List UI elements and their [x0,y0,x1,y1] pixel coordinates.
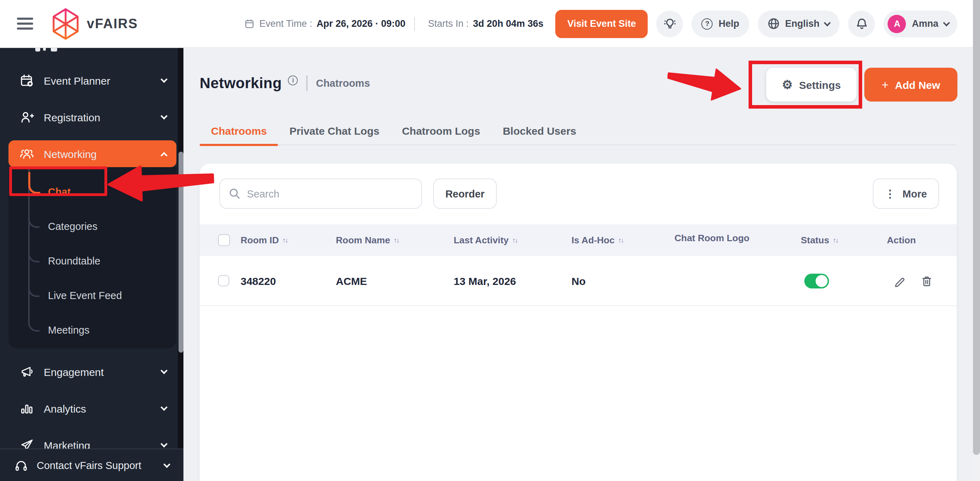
event-time-label: Event Time : [259,18,312,29]
bar-chart-icon [20,401,34,415]
hamburger-menu-icon[interactable] [17,17,33,30]
select-all-checkbox[interactable] [218,234,230,246]
edit-pencil-icon[interactable] [894,275,906,287]
delete-trash-icon[interactable] [921,275,933,287]
sidebar-item-chat[interactable]: Chat [8,178,177,205]
column-header-last-activity[interactable]: Last Activity ↑↓ [453,224,517,256]
chevron-down-icon [161,76,167,83]
sidebar-item-label: Networking [44,148,97,160]
settings-button[interactable]: ⚙ Settings [766,68,856,102]
people-icon [20,147,34,161]
tab-chatrooms[interactable]: Chatrooms [200,116,278,144]
row-checkbox[interactable] [218,275,229,286]
chevron-down-icon [161,113,167,119]
search-input[interactable] [247,188,413,199]
info-icon[interactable]: i [288,75,298,85]
sidebar-item-roundtable[interactable]: Roundtable [8,248,177,275]
chatrooms-panel: Reorder ⋮ More Room ID ↑↓ Room Name ↑↓ [200,164,957,481]
sort-icon[interactable]: ↑↓ [394,236,399,244]
partially-scrolled-item [35,48,40,51]
whats-new-button[interactable] [657,10,683,37]
sidebar-scrollbar-track[interactable] [178,48,183,449]
column-label: Action [887,235,916,245]
support-label: Contact vFairs Support [37,459,142,471]
sort-icon[interactable]: ↑↓ [282,236,288,244]
chevron-down-icon [163,460,170,468]
help-button[interactable]: ? Help [692,10,749,37]
calendar-plus-icon [20,73,34,87]
event-time-value: Apr 26, 2026 · 09:00 [317,18,405,29]
starts-in-value: 3d 20h 04m 36s [473,18,544,29]
tab-chatroom-logs[interactable]: Chatroom Logs [391,116,492,144]
search-icon [229,187,240,200]
sidebar-item-label: Engagement [44,366,104,378]
user-menu[interactable]: A Amna [884,10,958,37]
sidebar-item-meetings[interactable]: Meetings [8,317,177,343]
tab-blocked-users[interactable]: Blocked Users [492,116,587,144]
sidebar-nav: Event Planner Registration [0,48,183,481]
add-new-button[interactable]: + Add New [864,68,958,102]
avatar: A [888,14,906,33]
vfairs-logo[interactable]: vFAIRS [51,7,138,40]
sidebar-item-label: Chat [48,186,70,197]
column-label: Room Name [336,235,390,245]
sidebar-item-categories[interactable]: Categories [8,213,177,240]
notifications-button[interactable] [848,10,875,37]
page-scrollbar-thumb[interactable] [973,0,980,455]
sidebar-item-registration[interactable]: Registration [8,104,177,130]
language-selector[interactable]: English [757,10,840,37]
column-label: Status [801,235,829,245]
sidebar-item-label: Roundtable [48,255,100,267]
table-row: 348220 ACME 13 Mar, 2026 No [200,256,957,306]
networking-submenu: Chat Categories Roundtable Live Event Fe… [8,167,177,348]
partially-scrolled-item [51,48,57,51]
question-icon: ? [702,18,713,29]
reorder-button[interactable]: Reorder [433,178,497,209]
row-select-cell [218,256,229,305]
event-meta: Event Time : Apr 26, 2026 · 09:00 Starts… [244,17,543,31]
settings-label: Settings [799,79,841,90]
help-label: Help [719,18,740,29]
column-header-status[interactable]: Status ↑↓ [801,224,838,256]
sidebar-item-label: Meetings [48,324,90,336]
column-label: Is Ad-Hoc [571,235,614,245]
search-field [220,178,422,209]
headset-icon [14,458,28,472]
contact-support-button[interactable]: Contact vFairs Support [0,449,183,481]
sidebar-item-analytics[interactable]: Analytics [8,395,177,422]
more-button[interactable]: ⋮ More [873,178,939,209]
page-scrollbar-track[interactable] [973,0,980,481]
column-header-is-ad-hoc[interactable]: Is Ad-Hoc ↑↓ [571,224,624,256]
sidebar-item-label: Analytics [44,402,86,414]
divider [307,75,308,91]
status-toggle-on[interactable] [804,274,829,289]
gear-icon: ⚙ [782,79,793,90]
sort-icon[interactable]: ↑↓ [618,236,624,244]
column-header-room-name[interactable]: Room Name ↑↓ [336,224,399,256]
sidebar-item-networking[interactable]: Networking [8,140,177,167]
sort-icon[interactable]: ↑↓ [512,236,517,244]
sidebar-item-engagement[interactable]: Engagement [8,358,177,385]
page-title: Networking [200,75,282,92]
column-header-action: Action [887,224,916,256]
sort-icon[interactable]: ↑↓ [833,236,838,244]
column-header-room-id[interactable]: Room ID ↑↓ [240,224,288,256]
sidebar-item-live-event-feed[interactable]: Live Event Feed [8,282,177,309]
chevron-down-icon [824,19,831,26]
visit-event-site-button[interactable]: Visit Event Site [555,10,648,38]
tab-private-chat-logs[interactable]: Private Chat Logs [278,116,391,144]
chevron-down-icon [161,367,167,374]
divider [414,17,415,31]
person-plus-icon [20,110,34,124]
sidebar-item-event-planner[interactable]: Event Planner [8,67,177,94]
room-name-cell: ACME [336,256,367,305]
tab-bar: Chatrooms Private Chat Logs Chatroom Log… [200,116,957,145]
megaphone-icon [20,365,34,379]
chevron-up-icon [161,152,167,159]
sidebar-item-label: Registration [44,111,100,123]
plus-icon: + [881,79,889,90]
is-ad-hoc-cell: No [571,256,585,305]
sidebar-scrollbar-thumb[interactable] [178,152,183,352]
select-all-cell [218,224,230,256]
partially-scrolled-item [43,48,46,51]
